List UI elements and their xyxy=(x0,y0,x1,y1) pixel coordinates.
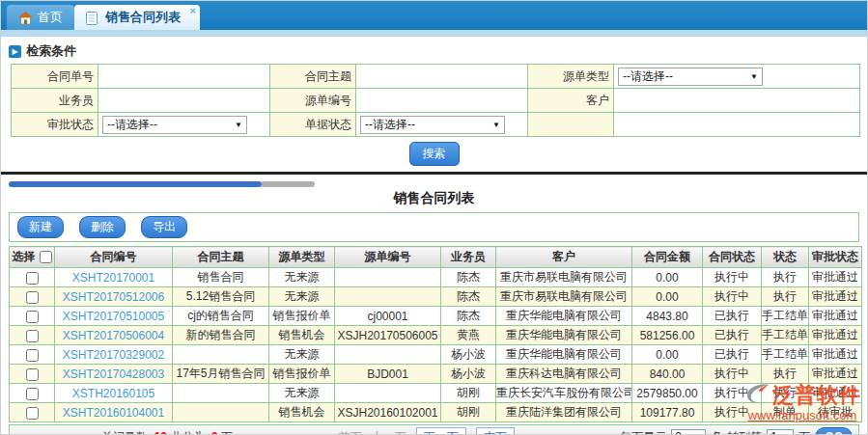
toolbar: 新建 删除 导出 xyxy=(9,212,859,242)
contract-number-link[interactable]: XSHT20170512006 xyxy=(63,290,164,304)
column-header-5: 业务员 xyxy=(441,247,496,268)
contract-number-link[interactable]: XSHT20170001 xyxy=(72,271,154,285)
table-row: XSHT20160104001销售机会XSJH20160102001胡刚重庆陆洋… xyxy=(10,403,862,422)
cell-状态: 手工结单 xyxy=(762,326,809,345)
contract-no-input[interactable] xyxy=(98,65,270,89)
total-label: 总记录数: xyxy=(101,430,151,435)
column-header-6: 客户 xyxy=(496,247,632,268)
app-window: 首页 销售合同列表 × ▶ 检索条件 合同单号 合同主题 源单类型 --请选择-… xyxy=(0,0,868,435)
chevron-down-icon: ▼ xyxy=(750,72,758,81)
cell-合同主题 xyxy=(173,384,269,403)
contract-number-link[interactable]: XSHT20160104001 xyxy=(63,406,164,420)
prev-page-link[interactable]: 上一页 xyxy=(372,429,406,435)
next-page-link[interactable]: 下一页 xyxy=(416,427,466,435)
contract-number-link[interactable]: XSHT20170329002 xyxy=(63,348,164,362)
cell-源单类型: 无来源 xyxy=(269,384,335,403)
cell-状态: 执行 xyxy=(762,287,809,307)
row-checkbox[interactable] xyxy=(26,272,39,285)
cell-业务员: 胡刚 xyxy=(441,384,496,403)
cell-合同主题: 5.12销售合同 xyxy=(173,287,269,307)
row-checkbox[interactable] xyxy=(26,388,39,400)
cell-审批状态: 审批通过 xyxy=(809,287,862,307)
cell-合同主题: 销售合同 xyxy=(173,268,269,287)
cell-业务员: 杨小波 xyxy=(441,345,496,365)
scrollbar-track[interactable] xyxy=(262,181,315,187)
contract-number-link[interactable]: XSHT20170428003 xyxy=(63,367,164,381)
cell-合同金额: 2579850.00 xyxy=(632,384,703,403)
cell-源单类型: 无来源 xyxy=(269,268,335,287)
row-checkbox[interactable] xyxy=(26,330,39,342)
column-header-0: 选择 xyxy=(10,247,55,268)
table-row: XSHT20170506004新的销售合同销售机会XSJH20170506005… xyxy=(10,326,862,345)
row-checkbox[interactable] xyxy=(26,407,39,420)
subject-input[interactable] xyxy=(356,65,528,89)
tab-sales-contract-list[interactable]: 销售合同列表 × xyxy=(74,5,200,30)
customer-input[interactable] xyxy=(614,89,860,113)
first-page-link[interactable]: 首页 xyxy=(339,429,362,435)
row-checkbox[interactable] xyxy=(26,291,39,304)
column-header-8: 合同状态 xyxy=(703,247,762,268)
cell-业务员: 胡刚 xyxy=(441,403,496,422)
contract-number-link[interactable]: XSHT20170510005 xyxy=(63,310,164,323)
row-checkbox[interactable] xyxy=(26,368,39,381)
document-icon xyxy=(86,12,100,24)
column-header-1: 合同编号 xyxy=(55,247,173,268)
cell-客户: 重庆长安汽车股份有限公司 xyxy=(496,384,632,403)
cell-源单类型: 销售机会 xyxy=(269,326,335,345)
cell-合同主题 xyxy=(173,403,269,422)
page-size-input[interactable] xyxy=(671,429,706,435)
horizontal-scrollbar[interactable] xyxy=(9,181,867,187)
column-header-9: 状态 xyxy=(762,247,809,268)
cell-源单编号 xyxy=(335,268,441,287)
column-header-2: 合同主题 xyxy=(173,247,269,268)
source-type-label: 源单类型 xyxy=(528,65,614,89)
salesperson-input[interactable] xyxy=(98,89,270,113)
table-row: XSHT201705120065.12销售合同无来源陈杰重庆市易联电脑有限公司0… xyxy=(10,287,862,307)
cell-源单编号 xyxy=(335,345,441,365)
collapse-arrow-icon[interactable]: ▶ xyxy=(9,45,21,58)
export-button[interactable]: 导出 xyxy=(141,216,187,238)
cell-合同状态: 执行中 xyxy=(703,268,762,287)
scrollbar-thumb[interactable] xyxy=(9,181,262,187)
cell-源单编号: XSJH20170506005 xyxy=(335,326,441,345)
column-header-4: 源单编号 xyxy=(335,247,441,268)
cell-合同金额: 0.00 xyxy=(632,345,703,365)
goto-label: 转到第 xyxy=(727,429,762,435)
cell-审批状态: 审批通过 xyxy=(809,365,862,384)
source-no-input[interactable] xyxy=(356,89,528,113)
cell-合同状态: 执行中 xyxy=(703,403,762,422)
row-checkbox[interactable] xyxy=(26,349,39,362)
contract-number-link[interactable]: XSTH20160105 xyxy=(72,387,154,400)
doc-status-select[interactable]: --请选择-- ▼ xyxy=(360,116,505,134)
search-section-header[interactable]: ▶ 检索条件 xyxy=(1,37,867,64)
record-summary: 总记录数: 12 共分为: 2 页 xyxy=(101,429,233,435)
empty-label-cell xyxy=(528,113,614,137)
cell-审批状态: 待审批 xyxy=(809,403,862,422)
contract-number-link[interactable]: XSHT20170506004 xyxy=(63,329,164,342)
source-no-label: 源单编号 xyxy=(270,89,356,113)
cell-源单编号 xyxy=(335,384,441,403)
cell-状态: 制单 xyxy=(762,403,809,422)
last-page-link[interactable]: 末页 xyxy=(476,427,515,435)
search-section-title: 检索条件 xyxy=(26,42,76,60)
cell-客户: 重庆华能电脑有限公司 xyxy=(496,307,632,326)
table-header-row: 选择合同编号合同主题源单类型源单编号业务员客户合同金额合同状态状态审批状态 xyxy=(10,247,862,268)
goto-unit: 页 xyxy=(798,429,810,435)
cell-业务员: 陈杰 xyxy=(441,307,496,326)
new-button[interactable]: 新建 xyxy=(17,216,64,238)
tab-home[interactable]: 首页 xyxy=(7,5,74,30)
cell-合同主题: 新的销售合同 xyxy=(173,326,269,345)
go-button[interactable]: GO xyxy=(815,427,853,435)
delete-button[interactable]: 删除 xyxy=(79,216,126,238)
contracts-table: 选择合同编号合同主题源单类型源单编号业务员客户合同金额合同状态状态审批状态 XS… xyxy=(9,246,862,422)
row-checkbox[interactable] xyxy=(26,311,39,323)
approval-status-select[interactable]: --请选择-- ▼ xyxy=(102,116,247,134)
search-button[interactable]: 搜索 xyxy=(409,142,460,166)
close-tab-icon[interactable]: × xyxy=(190,6,196,15)
pagination-bar: 总记录数: 12 共分为: 2 页 首页 上一页 下一页 末页 每页显示 条 转… xyxy=(9,424,859,435)
cell-源单编号: XSJH20160102001 xyxy=(335,403,441,422)
cell-合同状态: 执行中 xyxy=(703,384,762,403)
goto-page-input[interactable] xyxy=(767,429,794,435)
source-type-select[interactable]: --请选择-- ▼ xyxy=(618,68,763,86)
select-all-checkbox[interactable] xyxy=(40,251,52,263)
